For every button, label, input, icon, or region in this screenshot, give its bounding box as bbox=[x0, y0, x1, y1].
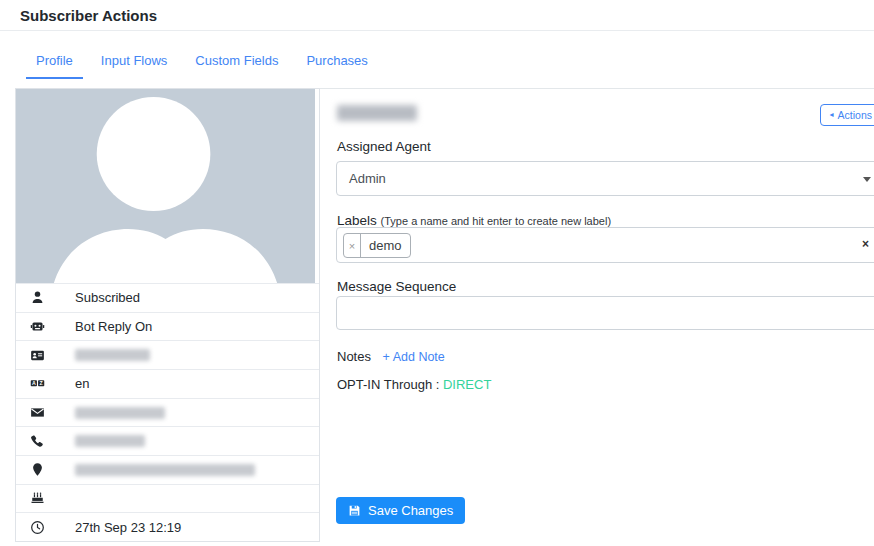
tab-input-flows[interactable]: Input Flows bbox=[91, 49, 177, 79]
assigned-agent-select[interactable]: Admin bbox=[336, 161, 874, 196]
avatar bbox=[16, 89, 315, 283]
optin-label: OPT-IN Through : bbox=[337, 377, 439, 392]
info-row-email bbox=[16, 398, 319, 427]
clear-labels-icon[interactable]: × bbox=[862, 237, 869, 251]
page-title: Subscriber Actions bbox=[20, 7, 157, 24]
subscriber-info-card: Subscribed Bot Reply On AZ bbox=[15, 88, 320, 542]
svg-text:A: A bbox=[32, 380, 36, 386]
label-tag: × demo bbox=[343, 233, 411, 258]
tag-remove-icon[interactable]: × bbox=[344, 234, 361, 257]
redacted-value bbox=[75, 435, 145, 447]
add-note-link[interactable]: + Add Note bbox=[383, 350, 445, 364]
caret-left-icon: ◂ bbox=[830, 111, 834, 119]
id-card-icon bbox=[30, 348, 45, 363]
redacted-value bbox=[75, 349, 150, 361]
tab-profile[interactable]: Profile bbox=[26, 49, 83, 79]
user-icon bbox=[30, 290, 45, 305]
redacted-value bbox=[75, 464, 255, 476]
tag-text: demo bbox=[361, 234, 410, 257]
person-placeholder-icon bbox=[16, 89, 315, 283]
tab-purchases[interactable]: Purchases bbox=[296, 49, 377, 79]
actions-button[interactable]: ◂ Actions bbox=[820, 104, 874, 126]
info-row-location bbox=[16, 455, 319, 484]
info-row-created: 27th Sep 23 12:19 bbox=[16, 512, 319, 541]
info-row-label: Bot Reply On bbox=[75, 319, 152, 334]
message-sequence-input[interactable] bbox=[336, 296, 874, 330]
assigned-agent-value: Admin bbox=[337, 162, 874, 195]
labels-label: Labels (Type a name and hit enter to cre… bbox=[337, 213, 611, 228]
info-row-language: AZ en bbox=[16, 369, 319, 398]
location-icon bbox=[30, 462, 45, 477]
notes-row: Notes + Add Note bbox=[337, 349, 445, 364]
save-changes-button[interactable]: Save Changes bbox=[336, 497, 465, 524]
info-row-label: en bbox=[75, 376, 89, 391]
info-row-phone bbox=[16, 426, 319, 455]
actions-button-label: Actions bbox=[838, 109, 872, 121]
info-row-bot-reply: Bot Reply On bbox=[16, 312, 319, 341]
info-row-label: 27th Sep 23 12:19 bbox=[75, 520, 181, 535]
info-row-birthday bbox=[16, 484, 319, 513]
assigned-agent-label: Assigned Agent bbox=[337, 139, 431, 154]
labels-input[interactable]: × demo × bbox=[336, 227, 874, 263]
info-row-status: Subscribed bbox=[16, 283, 319, 312]
info-row-id bbox=[16, 340, 319, 369]
tab-bar: Profile Input Flows Custom Fields Purcha… bbox=[22, 49, 382, 79]
chevron-down-icon bbox=[863, 177, 871, 182]
subscriber-info-list: Subscribed Bot Reply On AZ bbox=[16, 283, 319, 541]
bot-icon bbox=[30, 319, 45, 334]
phone-icon bbox=[30, 434, 45, 449]
floppy-save-icon bbox=[348, 504, 361, 517]
email-icon bbox=[30, 405, 45, 420]
subscriber-form: ◂ Actions Assigned Agent Admin Labels (T… bbox=[330, 89, 874, 546]
optin-value: DIRECT bbox=[443, 377, 491, 392]
birthday-icon bbox=[30, 491, 45, 506]
language-icon: AZ bbox=[30, 376, 45, 391]
subscriber-name-redacted bbox=[337, 105, 417, 121]
notes-label: Notes bbox=[337, 349, 371, 364]
labels-hint: (Type a name and hit enter to create new… bbox=[381, 215, 612, 227]
clock-icon bbox=[30, 520, 45, 535]
save-changes-label: Save Changes bbox=[368, 503, 453, 518]
header-bar: Subscriber Actions bbox=[0, 0, 874, 31]
labels-label-text: Labels bbox=[337, 213, 377, 228]
optin-row: OPT-IN Through : DIRECT bbox=[337, 377, 491, 392]
subscriber-actions-page: Subscriber Actions Profile Input Flows C… bbox=[0, 0, 874, 546]
info-row-label: Subscribed bbox=[75, 290, 140, 305]
message-sequence-label: Message Sequence bbox=[337, 279, 456, 294]
tab-custom-fields[interactable]: Custom Fields bbox=[185, 49, 288, 79]
tab-content: Subscribed Bot Reply On AZ bbox=[15, 88, 874, 546]
redacted-value bbox=[75, 407, 165, 419]
